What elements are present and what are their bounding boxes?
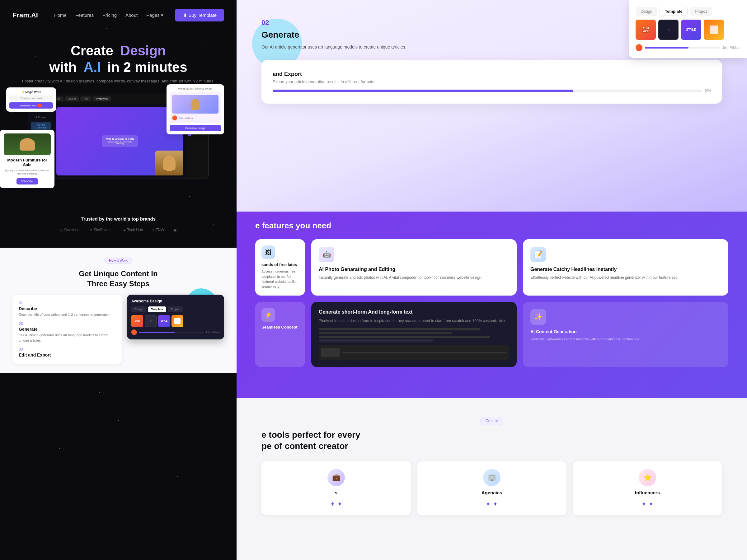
headlines-title: Generate Catchy Headlines Instantly [531, 267, 721, 272]
user-avatar [131, 329, 137, 335]
top-right-modal: Design Template Project SUMMER ⊡ STYLE [629, 0, 747, 58]
tab-prototype[interactable]: Prototype [93, 97, 111, 101]
awesome-design-area: Awesome Design Design Template Project S… [127, 295, 224, 364]
trusted-title: Trusted by the world's top brands [19, 216, 218, 221]
tmpl-thumb-3: STYLE [681, 20, 701, 40]
text-card-desc: Plenty of template design from to inspir… [319, 318, 509, 324]
feature-card-text: Generate short-form And long-form text P… [311, 302, 517, 367]
step-2-desc: Our AI article generator uses art langua… [19, 332, 116, 343]
creator-section: Creator e tools perfect for every pe of … [236, 398, 747, 534]
steps-card: 01 Describe Enter the title of your arti… [12, 295, 122, 364]
feature-card-headlines: 📝 Generate Catchy Headlines Instantly Ef… [523, 239, 728, 296]
creator-title: e tools perfect for every pe of content … [261, 429, 722, 452]
nav-pricing[interactable]: Pricing [102, 12, 117, 18]
creator-title-3: Influencers [635, 490, 660, 495]
creator-icon-1: 💼 [328, 469, 345, 486]
hero-title: Create Design with A.I in 2 minutes [19, 43, 218, 76]
furniture-image [4, 133, 51, 155]
tmpl-thumb-2: ⊡ [658, 20, 678, 40]
template-grid: SUMMER ⊡ STYLE [636, 20, 740, 40]
export-visual: 70% [273, 89, 711, 92]
template-tab-active[interactable]: Template [148, 306, 166, 312]
generate-text-button[interactable]: Generate Text ✨ [9, 102, 53, 109]
magic-write-input[interactable]: Furniture sale word [9, 96, 53, 101]
gen-card-desc: Export your article generation results. … [273, 79, 711, 84]
tab-object[interactable]: Object [65, 97, 79, 101]
feat-title-partial: sands of free lates [261, 262, 299, 267]
features-row-2: ⚡ Seamless Concept Generate short-form A… [255, 302, 728, 367]
canvas-area: What do you want to create Yellow color … [56, 107, 183, 176]
creator-title-2: Agencies [482, 490, 503, 495]
step-1-title: Describe [19, 306, 116, 311]
extra-desc: Generate high-quality content instantly … [531, 337, 721, 342]
step-1: 01 Describe Enter the title of your arti… [19, 301, 116, 317]
nav-home[interactable]: Home [54, 12, 67, 18]
template-4 [172, 315, 183, 327]
app-mockup: File Object Text Prototype John Jesus 10… [28, 94, 209, 179]
creator-cards: 💼 s ✦ ✦ 🏢 Agencies ✦ ✦ ⭐ Influencers ✦ ✦ [261, 461, 722, 515]
design-tab[interactable]: Design [131, 306, 146, 312]
furniture-desc: Quickly maximize timely deliverables for… [4, 169, 51, 176]
template-2: ⊡ [145, 315, 157, 327]
card-mini-ui [319, 345, 509, 359]
template-thumbnails: SUM ⊡ STYLE [131, 315, 220, 327]
site-logo: Fram.AI [12, 11, 38, 19]
generate-main-card: and Export Export your article generatio… [261, 60, 722, 104]
username-label: John William [206, 331, 220, 334]
brand-skyscanner: ⊕ SkyScanner [89, 228, 114, 232]
modal-template-tab[interactable]: Template [660, 7, 688, 16]
extra-title: AI Content Generation [531, 329, 721, 334]
progress-fill [139, 331, 175, 333]
generate-image-button[interactable]: Generate Image [170, 125, 221, 131]
modal-avatar [636, 44, 642, 51]
seamless-icon: ⚡ [261, 308, 275, 322]
feature-card-extra: ✨ AI Content Generation Generate high-qu… [523, 302, 728, 367]
modal-tab-row: Design Template Project [636, 7, 740, 16]
nav-about[interactable]: About [125, 12, 137, 18]
ai-photo-icon: 🤖 [319, 247, 334, 262]
brand-logos: ◎ Quotients ⊕ SkyScanner ◈ Tech Hub ≡ TN… [19, 228, 218, 232]
hero-section: Create Design with A.I in 2 minutes Fost… [0, 30, 236, 179]
step-3-title: Edit and Export [19, 352, 116, 357]
gen-section-desc: Our AI article generator uses art langua… [261, 44, 417, 50]
text-card-title: Generate short-form And long-form text [319, 309, 509, 315]
template-1: SUM [131, 315, 143, 327]
nav-pages[interactable]: Pages ▾ [146, 12, 163, 18]
creator-card-1: 💼 s ✦ ✦ [261, 461, 411, 515]
template-3: STYLE [158, 315, 170, 327]
creator-card-2: 🏢 Agencies ✦ ✦ [417, 461, 566, 515]
step-3: 03 Edit and Export [19, 347, 116, 357]
gen-img-preview [172, 95, 218, 113]
tab-text[interactable]: Text [80, 97, 92, 101]
project-tab[interactable]: Project [168, 306, 183, 312]
brand-quotients: ◎ Quotients [60, 228, 80, 232]
modal-username: John William [722, 46, 740, 50]
hero-subtitle: Foster creativity with AI: design graphi… [19, 78, 218, 85]
feature-card-partial: 🖼 sands of free lates Access numerous fr… [255, 239, 305, 296]
step-2: 02 Generate Our AI article generator use… [19, 321, 116, 343]
magic-write-card: ✨ Magic Write Furniture sale word Genera… [6, 87, 56, 112]
seamless-title: Seamless Concept [261, 325, 299, 329]
browser-tabs: File Object Text Prototype [53, 97, 111, 101]
text-lines [319, 328, 509, 342]
creator-card-3: ⭐ Influencers ✦ ✦ [573, 461, 722, 515]
gen-img-label: What do you want to create [170, 87, 221, 90]
modal-design-tab[interactable]: Design [636, 7, 657, 16]
sidebar-design[interactable]: ◈ Design [31, 114, 51, 120]
headlines-icon: 📝 [531, 247, 546, 262]
gen-img-inner: John William [170, 92, 221, 123]
buy-template-button[interactable]: ⏸ Buy Template [175, 9, 224, 22]
creator-tag: Creator [480, 417, 503, 425]
features-section: e features you need 🖼 sands of free late… [236, 205, 747, 383]
magic-write-title: ✨ Magic Write [9, 90, 53, 94]
step-2-title: Generate [19, 327, 116, 331]
furniture-cta-button[interactable]: 50% Offer [17, 178, 38, 185]
nav-features[interactable]: Features [75, 12, 94, 18]
ai-photo-title: AI Photo Genarating and Editing [319, 267, 509, 272]
tmpl-thumb-4 [704, 20, 724, 40]
gen-card-title: and Export [273, 71, 711, 77]
nav-links: Home Features Pricing About Pages ▾ [54, 12, 165, 18]
chair-preview [155, 151, 183, 176]
creator-icon-3: ⭐ [639, 469, 656, 486]
modal-project-tab[interactable]: Project [690, 7, 712, 16]
